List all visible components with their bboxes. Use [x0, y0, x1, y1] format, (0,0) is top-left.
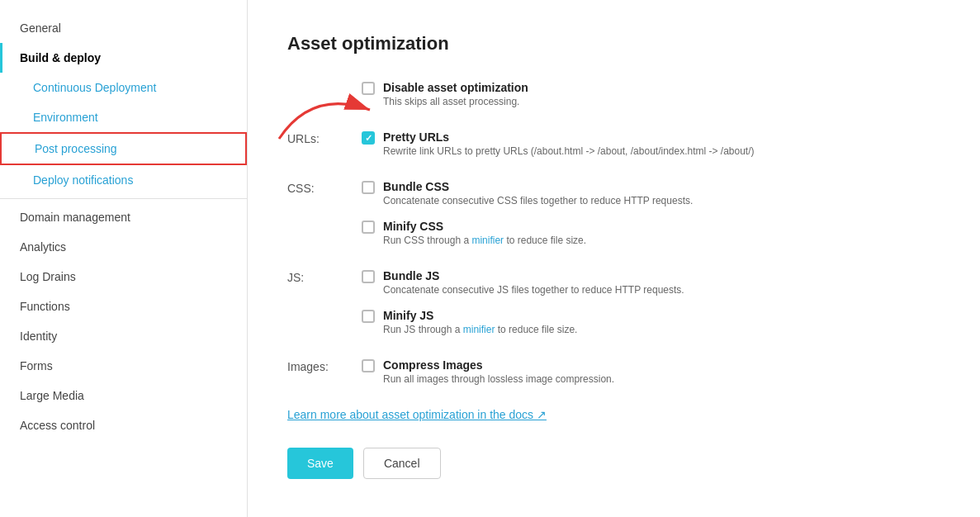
sidebar-item-build-deploy[interactable]: Build & deploy — [0, 43, 247, 73]
learn-more-link[interactable]: Learn more about asset optimization in t… — [287, 408, 940, 421]
minifier-link-css[interactable]: minifier — [471, 235, 504, 246]
checkbox-bundle-js[interactable] — [362, 270, 375, 283]
main-content: Asset optimization Disable asset optimiz… — [248, 0, 980, 517]
option-desc-bundle-css: Concatenate consecutive CSS files togeth… — [383, 195, 693, 206]
checkbox-pretty-urls[interactable] — [362, 131, 375, 145]
option-name-minify-css: Minify CSS — [383, 220, 586, 233]
options-group-urls: Pretty URLs Rewrite link URLs to pretty … — [362, 130, 755, 157]
option-label-images: Images: — [287, 358, 362, 373]
option-name-compress-images: Compress Images — [383, 358, 614, 372]
checkbox-minify-js[interactable] — [362, 310, 375, 323]
options-group-js: Bundle JS Concatenate consecutive JS fil… — [362, 269, 684, 335]
option-name-pretty-urls: Pretty URLs — [383, 130, 755, 144]
option-item-minify-css: Minify CSS Run CSS through a minifier to… — [362, 220, 693, 246]
sidebar-item-identity[interactable]: Identity — [0, 321, 247, 351]
page-title: Asset optimization — [287, 33, 940, 55]
save-button[interactable]: Save — [287, 448, 353, 479]
option-name-disable-asset-opt: Disable asset optimization — [383, 81, 528, 94]
option-desc-bundle-js: Concatenate consecutive JS files togethe… — [383, 284, 684, 296]
options-group-disable: Disable asset optimization This skips al… — [362, 81, 528, 107]
sidebar-item-continuous-deployment[interactable]: Continuous Deployment — [0, 73, 247, 102]
option-label-js: JS: — [287, 269, 362, 284]
option-desc-minify-css: Run CSS through a minifier to reduce fil… — [383, 235, 586, 246]
minifier-link-js[interactable]: minifier — [463, 324, 495, 335]
sidebar-item-log-drains[interactable]: Log Drains — [0, 262, 247, 292]
sidebar-item-post-processing[interactable]: Post processing — [0, 132, 247, 165]
cancel-button[interactable]: Cancel — [363, 448, 441, 479]
sidebar: GeneralBuild & deployContinuous Deployme… — [0, 0, 248, 517]
option-name-bundle-css: Bundle CSS — [383, 180, 693, 193]
sidebar-item-deploy-notifications[interactable]: Deploy notifications — [0, 165, 247, 195]
option-row-disable: Disable asset optimization This skips al… — [287, 81, 940, 107]
sidebar-item-forms[interactable]: Forms — [0, 351, 247, 381]
option-label-disable — [287, 81, 362, 83]
option-row-urls: URLs: Pretty URLs Rewrite link URLs to p… — [287, 130, 940, 157]
checkbox-disable-asset-opt[interactable] — [362, 82, 375, 95]
option-item-disable-asset-opt: Disable asset optimization This skips al… — [362, 81, 528, 107]
options-group-images: Compress Images Run all images through l… — [362, 358, 614, 385]
option-label-css: CSS: — [287, 180, 362, 195]
option-desc-disable-asset-opt: This skips all asset processing. — [383, 96, 528, 107]
sidebar-item-analytics[interactable]: Analytics — [0, 232, 247, 262]
checkbox-bundle-css[interactable] — [362, 181, 375, 194]
button-row: Save Cancel — [287, 448, 940, 479]
sidebar-item-domain-management[interactable]: Domain management — [0, 202, 247, 232]
option-desc-pretty-urls: Rewrite link URLs to pretty URLs (/about… — [383, 145, 755, 157]
sidebar-item-large-media[interactable]: Large Media — [0, 381, 247, 410]
sidebar-item-functions[interactable]: Functions — [0, 292, 247, 321]
option-row-js: JS: Bundle JS Concatenate consecutive JS… — [287, 269, 940, 335]
option-row-images: Images: Compress Images Run all images t… — [287, 358, 940, 385]
checkbox-minify-css[interactable] — [362, 221, 375, 234]
option-name-bundle-js: Bundle JS — [383, 269, 684, 282]
option-desc-minify-js: Run JS through a minifier to reduce file… — [383, 324, 577, 335]
options-group-css: Bundle CSS Concatenate consecutive CSS f… — [362, 180, 693, 246]
option-label-urls: URLs: — [287, 130, 362, 145]
checkbox-compress-images[interactable] — [362, 359, 375, 372]
option-name-minify-js: Minify JS — [383, 309, 577, 322]
sidebar-item-general[interactable]: General — [0, 13, 247, 43]
option-desc-compress-images: Run all images through lossless image co… — [383, 373, 614, 385]
option-item-pretty-urls: Pretty URLs Rewrite link URLs to pretty … — [362, 130, 755, 157]
option-item-bundle-css: Bundle CSS Concatenate consecutive CSS f… — [362, 180, 693, 206]
sidebar-item-environment[interactable]: Environment — [0, 102, 247, 132]
option-row-css: CSS: Bundle CSS Concatenate consecutive … — [287, 180, 940, 246]
option-item-minify-js: Minify JS Run JS through a minifier to r… — [362, 309, 684, 335]
option-item-compress-images: Compress Images Run all images through l… — [362, 358, 614, 385]
option-item-bundle-js: Bundle JS Concatenate consecutive JS fil… — [362, 269, 684, 296]
sidebar-item-access-control[interactable]: Access control — [0, 410, 247, 440]
